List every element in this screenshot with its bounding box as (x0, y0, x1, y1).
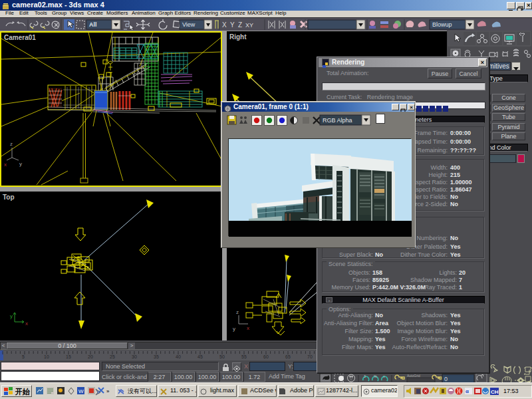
svg-text:x: x (25, 321, 28, 327)
svg-text:z: z (10, 141, 13, 147)
svg-text:35: 35 (154, 354, 159, 359)
svg-text:%: % (374, 374, 377, 378)
svg-text:z: z (236, 309, 239, 315)
svg-text:All: All (89, 21, 97, 28)
svg-text:AutoGrid: AutoGrid (407, 374, 420, 378)
svg-text:XY: XY (245, 22, 253, 29)
svg-text:30: 30 (132, 354, 137, 359)
svg-text:RGB Alpha: RGB Alpha (323, 117, 352, 124)
svg-text:25: 25 (110, 354, 115, 359)
svg-text:0: 0 (444, 376, 448, 382)
svg-text:15: 15 (66, 354, 71, 359)
svg-text:View: View (182, 21, 196, 28)
svg-text:y: y (19, 161, 22, 167)
svg-text:y: y (10, 313, 13, 319)
svg-text:70: 70 (307, 354, 313, 359)
svg-text:65: 65 (285, 354, 291, 359)
svg-text:CH: CH (491, 389, 499, 395)
svg-text:3: 3 (364, 374, 366, 378)
svg-text:45: 45 (198, 354, 203, 359)
svg-text:Z: Z (238, 21, 242, 29)
svg-text:Y: Y (230, 21, 235, 29)
svg-text:55: 55 (241, 354, 247, 359)
svg-text:5: 5 (22, 354, 25, 359)
svg-text:10: 10 (44, 354, 49, 359)
svg-text:Blowup: Blowup (432, 21, 452, 28)
svg-text:X: X (222, 21, 227, 29)
svg-text:50: 50 (219, 354, 225, 359)
svg-text:40: 40 (176, 354, 181, 359)
svg-text:α: α (466, 388, 469, 394)
svg-text:y: y (233, 326, 235, 332)
svg-text:x: x (247, 325, 249, 331)
svg-text:60: 60 (263, 354, 269, 359)
svg-text:20: 20 (88, 354, 93, 359)
svg-text:x: x (4, 162, 7, 168)
